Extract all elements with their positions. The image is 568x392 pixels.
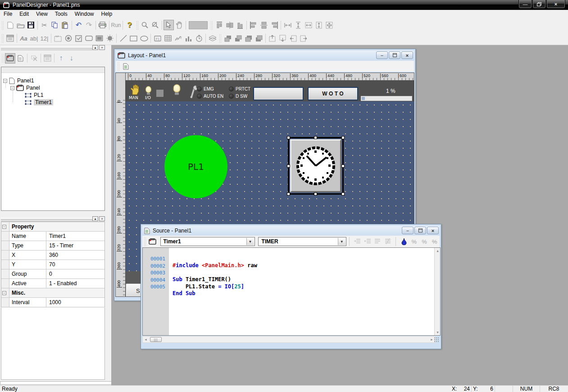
code-line[interactable]: 00005 End Sub xyxy=(143,278,434,285)
paste-button[interactable] xyxy=(60,20,70,30)
code-line[interactable]: 00003 Sub Timer1_TIMER() xyxy=(143,264,434,271)
vertical-scrollbar[interactable]: ▲ ▼ xyxy=(434,248,440,335)
layers-button[interactable] xyxy=(207,33,218,44)
radio-widget-button[interactable] xyxy=(63,33,73,44)
table-widget-button[interactable] xyxy=(163,33,173,44)
menu-file[interactable]: File xyxy=(0,10,16,18)
align-bottom-button[interactable] xyxy=(235,20,245,30)
collapse-icon[interactable]: − xyxy=(2,225,6,229)
zoom-off-button[interactable] xyxy=(150,20,160,30)
chevron-down-icon[interactable]: ▼ xyxy=(246,238,254,245)
select-tool-button[interactable] xyxy=(164,20,174,30)
open-file-button[interactable] xyxy=(15,20,26,30)
cut-button[interactable]: ✂ xyxy=(39,20,50,30)
align-rights-button[interactable] xyxy=(269,20,279,30)
align-left-button[interactable] xyxy=(214,20,224,30)
collapse-icon[interactable]: − xyxy=(3,79,7,83)
label-tool-button[interactable]: ab| xyxy=(29,33,39,44)
layout-window-titlebar[interactable]: Layout - Panel1 − × xyxy=(116,50,414,60)
timer1-widget-selected[interactable] xyxy=(288,137,344,195)
align-lefts-button[interactable] xyxy=(248,20,259,30)
resize-handle[interactable] xyxy=(341,164,345,168)
scroll-down-icon[interactable]: ▼ xyxy=(435,329,441,335)
stretch-height-button[interactable] xyxy=(314,20,324,30)
resize-grip[interactable] xyxy=(434,337,439,342)
object-dropdown[interactable]: Timer1 ▼ xyxy=(160,237,255,246)
resize-handle[interactable] xyxy=(314,192,317,196)
nudge-left-button[interactable] xyxy=(288,33,298,44)
restore-button[interactable] xyxy=(389,51,400,59)
source-view-button[interactable] xyxy=(15,53,26,64)
bring-forward-button[interactable] xyxy=(243,33,254,44)
io-bulb-icon[interactable] xyxy=(145,86,151,95)
menu-edit[interactable]: Edit xyxy=(16,10,32,18)
send-backward-button[interactable] xyxy=(254,33,264,44)
send-to-back-button[interactable] xyxy=(233,33,243,44)
property-value[interactable]: 0 xyxy=(46,269,105,278)
menu-help[interactable]: Help xyxy=(98,10,116,18)
panel-close-button[interactable]: × xyxy=(99,216,105,221)
resize-handle[interactable] xyxy=(341,192,345,196)
function-key-widget-button[interactable]: F1 xyxy=(152,33,163,44)
property-value[interactable]: 360 xyxy=(46,251,105,260)
font-button[interactable]: Aa xyxy=(18,33,29,44)
property-value[interactable]: 1 - Enabled xyxy=(46,279,105,288)
number-tool-button[interactable]: 12| xyxy=(39,33,50,44)
code-editor[interactable]: 00001 #include <PanelMain.h> raw 00002 0… xyxy=(142,247,441,336)
toolbar-grip[interactable] xyxy=(1,21,4,30)
restore-button[interactable] xyxy=(414,227,426,234)
toolbar-grip[interactable] xyxy=(144,237,146,246)
form-properties-button[interactable] xyxy=(5,33,15,44)
manual-hand-icon[interactable] xyxy=(129,84,140,95)
textbox-widget-button[interactable]: xyz xyxy=(53,33,63,44)
collapse-icon[interactable]: − xyxy=(2,291,6,295)
property-group-header[interactable]: − Misc. xyxy=(1,288,105,298)
gray-square-icon[interactable] xyxy=(156,90,164,97)
line-tool-button[interactable] xyxy=(118,33,128,44)
tree-item-pl1[interactable]: PL1 xyxy=(25,91,43,99)
woto-button[interactable]: W O T O xyxy=(308,87,358,100)
lamp-widget-button[interactable] xyxy=(105,33,115,44)
source-window[interactable]: Source - Panel1 − × Timer1 ▼ TIMER ▼ xyxy=(141,224,441,349)
move-up-button[interactable]: ↑ xyxy=(56,53,66,64)
pl1-lamp-widget[interactable]: PL1 xyxy=(164,135,227,198)
scroll-up-icon[interactable]: ▲ xyxy=(435,248,441,254)
redo-button[interactable]: ↷ xyxy=(84,20,94,30)
property-value[interactable]: 15 - Timer xyxy=(46,241,105,250)
align-center-vertical-button[interactable] xyxy=(224,20,235,30)
timer-widget-button[interactable] xyxy=(194,33,204,44)
toolbar-grip[interactable] xyxy=(117,62,119,71)
resize-handle[interactable] xyxy=(341,136,345,139)
save-button[interactable] xyxy=(26,20,36,30)
code-line[interactable]: 00002 xyxy=(143,257,434,264)
tree-item-timer1[interactable]: Timer1 xyxy=(25,99,53,106)
page-button[interactable] xyxy=(121,61,131,72)
close-button[interactable]: × xyxy=(401,51,413,59)
property-value[interactable]: Timer1 xyxy=(46,232,105,241)
same-height-button[interactable] xyxy=(293,20,303,30)
emg-indicator-icon[interactable] xyxy=(197,87,202,91)
minimize-button[interactable]: − xyxy=(376,51,388,59)
resize-handle[interactable] xyxy=(314,136,317,139)
property-value[interactable]: 70 xyxy=(46,260,105,269)
code-line[interactable]: 00001 #include <PanelMain.h> raw xyxy=(143,250,434,257)
checkbox-widget-button[interactable] xyxy=(73,33,84,44)
pan-tool-button[interactable] xyxy=(174,20,184,30)
restore-button[interactable] xyxy=(532,0,546,9)
resize-handle[interactable] xyxy=(287,164,290,168)
source-window-titlebar[interactable]: Source - Panel1 − × xyxy=(142,226,440,236)
move-down-button[interactable]: ↓ xyxy=(66,53,77,64)
dsw-indicator-icon[interactable] xyxy=(229,94,234,99)
run-button[interactable]: Run xyxy=(111,20,121,30)
event-dropdown[interactable]: TIMER ▼ xyxy=(258,237,346,246)
line-chart-widget-button[interactable] xyxy=(173,33,183,44)
scroll-left-icon[interactable]: ◄ xyxy=(143,337,149,342)
toolbar-grip[interactable] xyxy=(136,21,138,30)
panel-close-button[interactable]: × xyxy=(99,45,105,50)
prtct-indicator-icon[interactable] xyxy=(229,87,234,91)
minimize-button[interactable]: — xyxy=(518,0,532,9)
chevron-down-icon[interactable]: ▼ xyxy=(338,238,345,245)
menu-view[interactable]: View xyxy=(32,10,51,18)
menu-tools[interactable]: Tools xyxy=(51,10,71,18)
nudge-right-button[interactable] xyxy=(298,33,309,44)
